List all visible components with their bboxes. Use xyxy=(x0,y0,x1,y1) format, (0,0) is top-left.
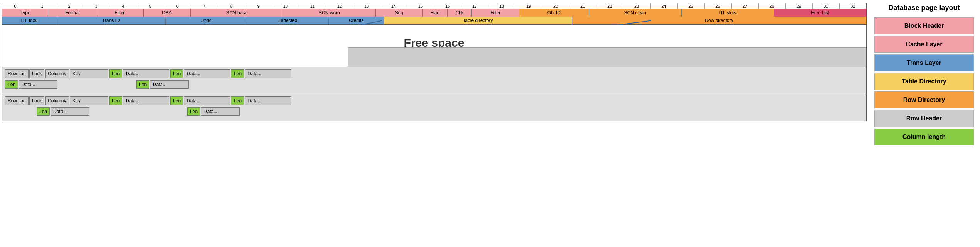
hcell-tabledirectory: Table directory xyxy=(384,17,572,24)
num-21: 21 xyxy=(569,3,596,9)
num-6: 6 xyxy=(164,3,191,9)
legend-title: Database page layout xyxy=(874,4,974,12)
data-2c: Data... xyxy=(245,96,291,105)
row-section-2: Row flag Lock Column# Key Len Data... Le… xyxy=(2,94,867,121)
num-11: 11 xyxy=(299,3,326,9)
legend-panel: Database page layout Block Header Cache … xyxy=(868,0,980,247)
num-27: 27 xyxy=(732,3,759,9)
num-2: 2 xyxy=(56,3,83,9)
len-2c: Len xyxy=(231,96,244,105)
num-22: 22 xyxy=(596,3,623,9)
num-29: 29 xyxy=(786,3,813,9)
num-10: 10 xyxy=(272,3,299,9)
num-20: 20 xyxy=(542,3,569,9)
row-line-1-2: Len Data... Len Data... xyxy=(3,80,865,90)
hcell-dba: DBA xyxy=(144,9,191,17)
num-3: 3 xyxy=(83,3,110,9)
column-num-2: Column# xyxy=(45,96,69,105)
key-2: Key xyxy=(70,96,108,105)
num-25: 25 xyxy=(678,3,705,9)
num-5: 5 xyxy=(137,3,164,9)
num-9: 9 xyxy=(245,3,272,9)
len-1d: Len xyxy=(5,80,18,89)
key-1: Key xyxy=(70,69,108,78)
header-row-2: ITL Idx# Trans ID Undo #affected Credits… xyxy=(2,17,867,25)
num-13: 13 xyxy=(353,3,380,9)
row-line-2-1: Row flag Lock Column# Key Len Data... Le… xyxy=(3,96,865,106)
hcell-scnbase: SCN base xyxy=(191,9,283,17)
len-2b: Len xyxy=(170,96,183,105)
num-8: 8 xyxy=(218,3,245,9)
legend-cache-layer: Cache Layer xyxy=(874,36,974,53)
num-24: 24 xyxy=(651,3,678,9)
hcell-affected: #affected xyxy=(247,17,329,24)
num-30: 30 xyxy=(813,3,840,9)
rowflag-2: Row flag xyxy=(5,96,29,105)
len-1c: Len xyxy=(231,69,244,78)
row-line-2-2: Len Data... Len Data... xyxy=(3,107,865,117)
hcell-transid: Trans ID xyxy=(57,17,166,24)
hcell-filler1: Filler xyxy=(96,9,144,17)
lock-2: Lock xyxy=(29,96,44,105)
len-2e: Len xyxy=(187,107,200,116)
num-7: 7 xyxy=(191,3,218,9)
num-4: 4 xyxy=(110,3,137,9)
hcell-rowdirectory: Row directory xyxy=(572,17,866,24)
len-2a: Len xyxy=(109,96,122,105)
legend-column-length: Column length xyxy=(874,129,974,145)
num-17: 17 xyxy=(461,3,488,9)
data-1e: Data... xyxy=(150,80,189,89)
hcell-flag: Flag xyxy=(423,9,448,17)
num-28: 28 xyxy=(759,3,786,9)
hcell-filler2: Filler xyxy=(472,9,519,17)
num-16: 16 xyxy=(434,3,461,9)
hcell-itlidx: ITL Idx# xyxy=(2,17,57,24)
len-2d: Len xyxy=(37,107,50,116)
data-1d: Data... xyxy=(19,80,57,89)
hcell-seq: Seq xyxy=(376,9,423,17)
legend-row-directory: Row Directory xyxy=(874,91,974,108)
num-12: 12 xyxy=(326,3,353,9)
hcell-credits: Credits xyxy=(329,17,384,24)
row-line-1-1: Row flag Lock Column# Key Len Data... Le… xyxy=(3,69,865,79)
gray-block xyxy=(348,47,866,67)
row-section-1: Row flag Lock Column# Key Len Data... Le… xyxy=(2,67,867,94)
hcell-itlslots: ITL slots xyxy=(682,9,774,17)
hcell-chk: Chk xyxy=(448,9,472,17)
legend-table-directory: Table Directory xyxy=(874,73,974,90)
hcell-objid: Obj ID xyxy=(519,9,589,17)
data-1b: Data... xyxy=(184,69,230,78)
freespace-section: Free space xyxy=(2,25,867,67)
legend-block-header: Block Header xyxy=(874,17,974,34)
num-15: 15 xyxy=(407,3,434,9)
hcell-format: Format xyxy=(49,9,96,17)
len-1e: Len xyxy=(136,80,149,89)
num-31: 31 xyxy=(840,3,866,9)
num-1: 1 xyxy=(29,3,56,9)
num-18: 18 xyxy=(488,3,515,9)
data-2b: Data... xyxy=(184,96,230,105)
legend-trans-layer: Trans Layer xyxy=(874,54,974,71)
legend-row-header: Row Header xyxy=(874,110,974,127)
hcell-scnclean: SCN clean xyxy=(589,9,682,17)
hcell-scnwrap: SCN wrap xyxy=(283,9,376,17)
len-1a: Len xyxy=(109,69,122,78)
data-1c: Data... xyxy=(245,69,291,78)
num-26: 26 xyxy=(705,3,732,9)
data-2d: Data... xyxy=(51,107,89,116)
data-1a: Data... xyxy=(123,69,169,78)
num-23: 23 xyxy=(623,3,651,9)
num-0: 0 xyxy=(2,3,29,9)
num-19: 19 xyxy=(515,3,542,9)
len-1b: Len xyxy=(170,69,183,78)
rowflag-1: Row flag xyxy=(5,69,29,78)
data-2e: Data... xyxy=(201,107,240,116)
hcell-freelist: Free List xyxy=(774,9,866,17)
hcell-undo: Undo xyxy=(166,17,247,24)
column-num-1: Column# xyxy=(45,69,69,78)
lock-1: Lock xyxy=(29,69,44,78)
num-14: 14 xyxy=(380,3,407,9)
header-row-1: Type Format Filler DBA SCN base SCN wrap… xyxy=(2,9,867,17)
number-row: 0 1 2 3 4 5 6 7 8 9 10 11 12 13 14 15 16… xyxy=(2,3,867,9)
hcell-type: Type xyxy=(2,9,49,17)
